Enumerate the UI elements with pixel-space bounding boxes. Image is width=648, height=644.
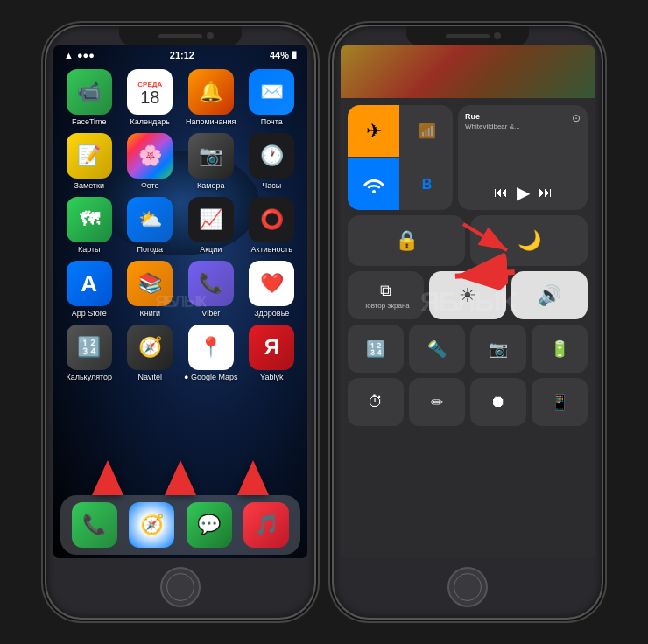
app-gmaps[interactable]: 📍 ● Google Maps: [184, 325, 238, 382]
cc-media-tile[interactable]: ⊙ Rue Whitevildbear &... ⏮ ▶ ⏭: [458, 105, 588, 210]
cc-battery-tile[interactable]: 🔋: [532, 325, 588, 373]
cc-camera-tile[interactable]: 📷: [470, 325, 526, 373]
home-button-2[interactable]: [447, 567, 488, 607]
calc-icon: 🔢: [67, 325, 112, 370]
app-reminders[interactable]: 🔔 Напоминания: [184, 69, 238, 126]
app-mail[interactable]: ✉️ Почта: [245, 69, 299, 126]
phone-speaker: [158, 34, 202, 38]
weather-label: Погода: [137, 245, 163, 254]
cc-volume[interactable]: 🔊: [511, 271, 588, 319]
viber-label: Viber: [201, 309, 220, 318]
app-weather[interactable]: ⛅ Погода: [123, 197, 178, 254]
phone-2: ✈ 📶 B ⊙ Ru: [332, 24, 603, 620]
status-time: 21:12: [170, 50, 194, 60]
cc-calculator[interactable]: 🔢: [348, 325, 404, 373]
cc-do-not-disturb[interactable]: 🌙: [470, 215, 588, 266]
gmaps-icon: 📍: [188, 325, 234, 370]
dock-phone[interactable]: 📞: [72, 502, 117, 548]
cc-calculator-icon: 🔢: [366, 340, 385, 359]
app-viber[interactable]: 📞 Viber: [184, 261, 238, 318]
cc-screen-mirror-icon: ⧉: [380, 282, 391, 300]
cc-play-button[interactable]: ▶: [517, 182, 530, 203]
wifi-icon: ▲: [64, 50, 74, 60]
dock-messages[interactable]: 💬: [187, 502, 232, 548]
cc-row-2: 🔒 🌙: [348, 215, 588, 266]
app-appstore[interactable]: A App Store: [62, 261, 116, 318]
home-button[interactable]: [160, 567, 201, 607]
photos-label: Фото: [141, 181, 159, 190]
yablyk-icon: Я: [249, 325, 294, 370]
app-activity[interactable]: ⭕ Активность: [245, 197, 299, 254]
clock-icon: 🕐: [249, 133, 294, 178]
phone-camera: [207, 32, 214, 39]
status-left: ▲ ●●●: [64, 50, 95, 60]
cc-timer[interactable]: ⏱: [348, 378, 404, 426]
cc-camera-tile-icon: 📷: [489, 340, 508, 359]
calendar-label: Календарь: [130, 117, 170, 126]
app-photos[interactable]: 🌸 Фото: [123, 133, 178, 190]
cc-notes-icon: ✏: [431, 393, 444, 412]
app-calendar[interactable]: Среда 18 Календарь: [123, 69, 178, 126]
svg-point-0: [372, 190, 376, 193]
app-facetime[interactable]: 📹 FaceTime: [62, 69, 116, 126]
app-yablyk[interactable]: Я Yablyk: [245, 325, 299, 382]
status-right: 44% ▮: [270, 49, 297, 60]
app-calc[interactable]: 🔢 Калькулятор: [62, 325, 116, 382]
stocks-label: Акции: [200, 245, 222, 254]
app-navitel[interactable]: 🧭 Navitel: [123, 325, 178, 382]
cc-media-controls: ⏮ ▶ ⏭: [465, 182, 581, 203]
cc-media-artist: Whitevildbear &...: [465, 122, 581, 130]
home-screen: ▲ ●●● 21:12 44% ▮ 📹 FaceTime: [53, 46, 307, 558]
app-health[interactable]: ❤️ Здоровье: [245, 261, 299, 318]
app-grid: 📹 FaceTime Среда 18 Календарь 🔔: [53, 62, 307, 388]
yablyk-label: Yablyk: [260, 373, 283, 382]
cc-brightness[interactable]: ☀: [429, 271, 505, 319]
cc-cellular[interactable]: 📶: [401, 105, 453, 157]
cc-lock-rotation[interactable]: 🔒: [348, 215, 465, 266]
navitel-icon: 🧭: [127, 325, 173, 370]
cc-screen-record[interactable]: ⏺: [470, 378, 526, 426]
cc-row-4: 🔢 🔦 📷 🔋: [348, 325, 588, 373]
gmaps-label: ● Google Maps: [184, 373, 237, 382]
phone2-camera: [494, 32, 501, 39]
cc-remote-icon: 📱: [550, 393, 569, 412]
books-label: Книги: [139, 309, 160, 318]
cc-prev-button[interactable]: ⏮: [494, 185, 508, 200]
cc-screen-mirror[interactable]: ⧉ Повтор экрана: [348, 271, 424, 319]
app-stocks[interactable]: 📈 Акции: [184, 197, 238, 254]
facetime-icon: 📹: [67, 69, 112, 115]
cc-wifi[interactable]: [348, 158, 399, 210]
app-camera[interactable]: 📷 Камера: [184, 133, 238, 190]
photos-icon: 🌸: [127, 133, 173, 178]
app-clock[interactable]: 🕐 Часы: [245, 133, 299, 190]
appstore-icon: A: [67, 261, 112, 306]
dock-safari[interactable]: 🧭: [129, 502, 174, 548]
cc-bluetooth[interactable]: B: [401, 158, 453, 210]
arrow-1: [92, 460, 123, 495]
arrows-container: [53, 460, 307, 495]
cc-next-button[interactable]: ⏭: [539, 185, 553, 200]
camera-label: Камера: [197, 181, 224, 190]
app-books[interactable]: 📚 Книги: [123, 261, 178, 318]
notes-label: Заметки: [74, 181, 104, 190]
cc-notes-tile[interactable]: ✏: [409, 378, 465, 426]
battery-label: 44%: [270, 50, 289, 60]
home-screen-bg: ▲ ●●● 21:12 44% ▮ 📹 FaceTime: [53, 46, 307, 558]
dock-music[interactable]: 🎵: [243, 502, 289, 548]
maps-icon: 🗺: [67, 197, 112, 242]
cc-media-song: Rue: [465, 112, 581, 121]
app-notes[interactable]: 📝 Заметки: [62, 133, 116, 190]
cc-airplay-icon[interactable]: ⊙: [572, 112, 581, 124]
cc-remote[interactable]: 📱: [532, 378, 588, 426]
cc-airplane-mode[interactable]: ✈: [348, 105, 399, 157]
arrow-3: [237, 460, 269, 495]
activity-icon: ⭕: [249, 197, 294, 242]
facetime-label: FaceTime: [72, 117, 107, 126]
control-center: ✈ 📶 B ⊙ Ru: [341, 46, 595, 558]
cc-flashlight[interactable]: 🔦: [409, 325, 465, 373]
status-bar: ▲ ●●● 21:12 44% ▮: [53, 46, 307, 62]
camera-icon: 📷: [188, 133, 234, 178]
arrow-2: [165, 460, 196, 495]
app-maps[interactable]: 🗺 Карты: [62, 197, 116, 254]
health-label: Здоровье: [254, 309, 289, 318]
